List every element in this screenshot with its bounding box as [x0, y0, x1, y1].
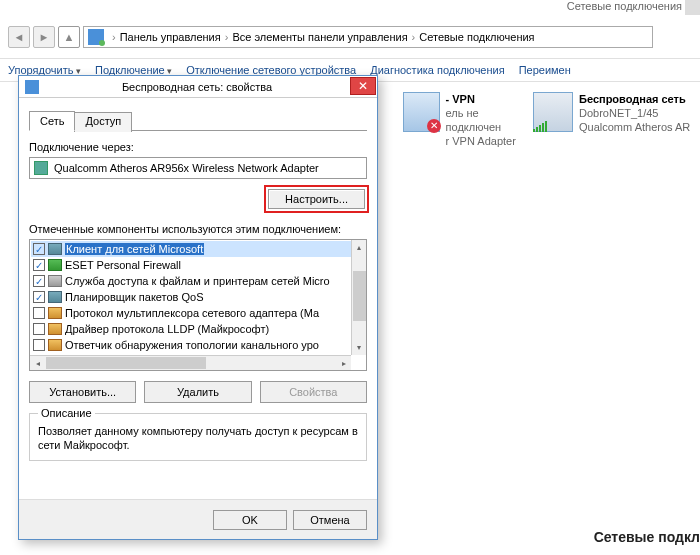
connection-vpn[interactable]: - VPN ель не подключен r VPN Adapter: [401, 90, 531, 150]
list-item-label: Клиент для сетей Microsoft: [65, 243, 204, 255]
tab-strip: Сеть Доступ: [29, 110, 367, 131]
list-item[interactable]: Протокол мультиплексора сетевого адаптер…: [31, 305, 365, 321]
list-item-label: Протокол мультиплексора сетевого адаптер…: [65, 307, 319, 319]
checkbox[interactable]: [33, 307, 45, 319]
list-hscrollbar[interactable]: [30, 355, 351, 370]
monitor-icon: [48, 243, 62, 255]
cancel-button[interactable]: Отмена: [293, 510, 367, 530]
description-legend: Описание: [38, 407, 95, 419]
list-item-label: Ответчик обнаружения топологии канальног…: [65, 339, 319, 351]
connections-pane: - VPN ель не подключен r VPN Adapter Бес…: [395, 82, 700, 555]
monitor-icon: [48, 291, 62, 303]
list-item[interactable]: ✓Планировщик пакетов QoS: [31, 289, 365, 305]
adapter-field: Qualcomm Atheros AR956x Wireless Network…: [29, 157, 367, 179]
connection-name: - VPN: [446, 92, 529, 106]
install-button[interactable]: Установить...: [29, 381, 136, 403]
net-icon: [48, 307, 62, 319]
connection-ssid: DobroNET_1/45: [579, 106, 690, 120]
properties-dialog: Беспроводная сеть: свойства ✕ Сеть Досту…: [18, 75, 378, 540]
network-icon: [88, 29, 104, 45]
list-item-label: Планировщик пакетов QoS: [65, 291, 204, 303]
adapter-icon: [34, 161, 48, 175]
tab-access[interactable]: Доступ: [74, 112, 132, 132]
highlight-box: Настроить...: [264, 185, 369, 213]
breadcrumb-item[interactable]: Панель управления: [120, 31, 221, 43]
list-item-label: Служба доступа к файлам и принтерам сете…: [65, 275, 330, 287]
connection-device: r VPN Adapter: [446, 134, 529, 148]
breadcrumb-item[interactable]: Сетевые подключения: [419, 31, 534, 43]
checkbox[interactable]: ✓: [33, 291, 45, 303]
list-item[interactable]: ✓Служба доступа к файлам и принтерам сет…: [31, 273, 365, 289]
configure-button[interactable]: Настроить...: [268, 189, 365, 209]
properties-button[interactable]: Свойства: [260, 381, 367, 403]
close-button[interactable]: ✕: [350, 77, 376, 95]
checkbox[interactable]: ✓: [33, 275, 45, 287]
dialog-footer: OK Отмена: [19, 499, 377, 539]
description-box: Описание Позволяет данному компьютеру по…: [29, 413, 367, 461]
connection-device: Qualcomm Atheros AR: [579, 120, 690, 134]
checkbox[interactable]: [33, 323, 45, 335]
connection-name: Беспроводная сеть: [579, 92, 690, 106]
address-bar: ◄ ► ▲ › Панель управления › Все элементы…: [0, 23, 700, 51]
rename-button[interactable]: Переимен: [519, 64, 571, 76]
wifi-icon: [25, 80, 39, 94]
dialog-titlebar[interactable]: Беспроводная сеть: свойства ✕: [19, 76, 377, 98]
tab-network[interactable]: Сеть: [29, 111, 75, 131]
list-vscrollbar[interactable]: [351, 240, 366, 355]
diagnose-button[interactable]: Диагностика подключения: [370, 64, 504, 76]
description-text: Позволяет данному компьютеру получать до…: [38, 424, 358, 452]
back-button[interactable]: ◄: [8, 26, 30, 48]
uninstall-button[interactable]: Удалить: [144, 381, 251, 403]
shield-icon: [48, 259, 62, 271]
window-scroll-hint: Сетевые подключения: [560, 0, 700, 16]
net-icon: [48, 323, 62, 335]
ok-button[interactable]: OK: [213, 510, 287, 530]
list-item[interactable]: Драйвер протокола LLDP (Майкрософт): [31, 321, 365, 337]
checkbox[interactable]: ✓: [33, 259, 45, 271]
up-button[interactable]: ▲: [58, 26, 80, 48]
checkbox[interactable]: ✓: [33, 243, 45, 255]
dialog-title: Беспроводная сеть: свойства: [44, 81, 350, 93]
adapter-name: Qualcomm Atheros AR956x Wireless Network…: [54, 162, 319, 174]
vpn-icon: [403, 92, 440, 132]
net-icon: [48, 339, 62, 351]
breadcrumb[interactable]: › Панель управления › Все элементы панел…: [83, 26, 653, 48]
wifi-icon: [533, 92, 573, 132]
list-item[interactable]: ✓Клиент для сетей Microsoft: [31, 241, 365, 257]
list-item[interactable]: Ответчик обнаружения топологии канальног…: [31, 337, 365, 353]
forward-button[interactable]: ►: [33, 26, 55, 48]
components-list[interactable]: ✓Клиент для сетей Microsoft✓ESET Persona…: [29, 239, 367, 371]
checkbox[interactable]: [33, 339, 45, 351]
connection-wifi[interactable]: Беспроводная сеть DobroNET_1/45 Qualcomm…: [531, 90, 692, 150]
list-item-label: Драйвер протокола LLDP (Майкрософт): [65, 323, 269, 335]
connect-via-label: Подключение через:: [29, 141, 367, 153]
printer-icon: [48, 275, 62, 287]
components-label: Отмеченные компоненты используются этим …: [29, 223, 367, 235]
list-item-label: ESET Personal Firewall: [65, 259, 181, 271]
list-item[interactable]: ✓ESET Personal Firewall: [31, 257, 365, 273]
breadcrumb-item[interactable]: Все элементы панели управления: [232, 31, 407, 43]
connection-status: ель не подключен: [446, 106, 529, 134]
window-caption-fragment: Сетевые подкл: [594, 529, 700, 545]
